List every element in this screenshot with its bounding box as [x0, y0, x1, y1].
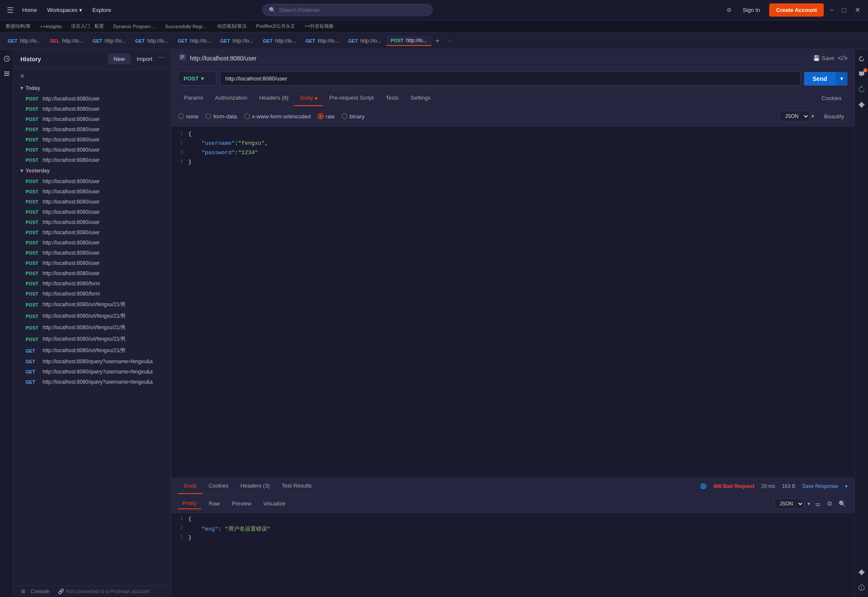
search-input[interactable]	[279, 7, 426, 13]
minimize-button[interactable]: −	[827, 5, 836, 16]
browser-tab[interactable]: Successfully Registe...	[161, 23, 212, 30]
right-comments-icon[interactable]: 1	[856, 68, 868, 80]
list-item[interactable]: GET http://localhost:8080/query?username…	[14, 356, 171, 367]
sidebar-collections-icon[interactable]	[1, 68, 13, 80]
right-gear-icon[interactable]	[856, 99, 868, 111]
request-tab-post-active[interactable]: POST http://lo...	[386, 36, 431, 46]
resp-fmt-pretty[interactable]: Pretty	[178, 498, 201, 509]
request-tab-get5[interactable]: GET http://lo...	[216, 36, 258, 46]
list-item[interactable]: POST http://localhost:8080/uri/fengxu/21…	[14, 322, 171, 333]
list-item[interactable]: POST http://localhost:8080/user	[14, 94, 171, 104]
request-tab-get2[interactable]: GET http://lo...	[88, 36, 130, 46]
request-tab-get1[interactable]: GET http://lo...	[3, 36, 45, 46]
sign-in-button[interactable]: Sign In	[737, 4, 766, 16]
url-input[interactable]	[220, 72, 801, 86]
list-item[interactable]: POST http://localhost:8080/user	[14, 197, 171, 207]
browser-tab[interactable]: 动态规划/算法	[213, 22, 251, 30]
radio-none[interactable]: none	[178, 113, 198, 120]
list-item[interactable]: POST http://localhost:8080/form	[14, 289, 171, 299]
more-tabs-button[interactable]: ···	[444, 36, 455, 46]
browser-tab[interactable]: 数据结构/算	[2, 22, 35, 30]
list-item[interactable]: POST http://localhost:8080/user	[14, 104, 171, 114]
browser-tab[interactable]: ++Insights	[36, 23, 66, 30]
right-refresh-icon[interactable]	[856, 83, 868, 95]
history-section-yesterday[interactable]: ▾ Yesterday	[14, 165, 171, 176]
copy-icon[interactable]: ⧉	[826, 498, 834, 509]
list-item[interactable]: POST http://localhost:8080/uri/fengxu/21…	[14, 310, 171, 322]
resp-tab-headers[interactable]: Headers (3)	[235, 478, 276, 494]
list-item[interactable]: POST http://localhost:8080/user	[14, 258, 171, 268]
nav-home[interactable]: Home	[19, 5, 40, 15]
list-item[interactable]: POST http://localhost:8080/user	[14, 268, 171, 278]
response-json-select[interactable]: JSON	[774, 498, 804, 509]
send-button[interactable]: Send	[804, 72, 836, 86]
console-label[interactable]: Console	[31, 588, 49, 594]
save-response-dropdown-icon[interactable]: ▾	[845, 483, 848, 489]
close-button[interactable]: ✕	[852, 4, 863, 16]
history-more-icon[interactable]: ···	[158, 54, 164, 64]
right-sync-icon[interactable]	[856, 53, 868, 65]
create-account-button[interactable]: Create Account	[769, 3, 824, 17]
request-tab-get7[interactable]: GET http://lo...	[301, 36, 343, 46]
right-settings-bottom-icon[interactable]	[856, 566, 868, 578]
list-item[interactable]: POST http://localhost:8080/user	[14, 187, 171, 197]
sidebar-history-icon[interactable]	[1, 53, 13, 65]
radio-form-data[interactable]: form-data	[205, 113, 237, 120]
list-item[interactable]: GET http://localhost:8080/uri/fengxu/21/…	[14, 345, 171, 356]
console-icon[interactable]: 🖥	[20, 588, 26, 594]
beautify-button[interactable]: Beautify	[821, 112, 848, 121]
tab-pre-request-script[interactable]: Pre-request Script	[323, 90, 380, 106]
list-item[interactable]: POST http://localhost:8080/user	[14, 248, 171, 258]
search-response-icon[interactable]: 🔍	[837, 499, 848, 509]
search-bar[interactable]: 🔍	[262, 4, 433, 16]
list-item[interactable]: POST http://localhost:8080/user	[14, 135, 171, 145]
browser-tab[interactable]: Postflex2/公共头文	[252, 22, 299, 30]
filter-icon[interactable]: ≡	[20, 72, 24, 79]
save-response-button[interactable]: Save Response	[802, 483, 838, 489]
list-item[interactable]: POST http://localhost:8080/user	[14, 227, 171, 238]
list-item[interactable]: POST http://localhost:8080/form	[14, 278, 171, 289]
tab-params[interactable]: Params	[178, 90, 209, 106]
list-item[interactable]: GET http://localhost:8080/query?username…	[14, 367, 171, 377]
list-item[interactable]: POST http://localhost:8080/user	[14, 155, 171, 165]
browser-tab[interactable]: 语言入门、配置	[67, 22, 108, 30]
tab-body[interactable]: Body	[294, 90, 323, 106]
request-body-editor[interactable]: 1 { 2 "username":"fengxu", 3 "password":…	[171, 126, 854, 478]
list-item[interactable]: POST http://localhost:8080/user	[14, 124, 171, 135]
resp-tab-body[interactable]: Body	[178, 478, 203, 494]
send-dropdown-button[interactable]: ▾	[836, 72, 848, 86]
import-button[interactable]: Import	[132, 54, 157, 64]
nav-workspaces[interactable]: Workspaces ▾	[44, 5, 86, 15]
list-item[interactable]: POST http://localhost:8080/user	[14, 217, 171, 227]
resp-fmt-visualize[interactable]: Visualize	[259, 498, 290, 509]
tab-authorization[interactable]: Authorization	[209, 90, 253, 106]
right-help-icon[interactable]	[856, 582, 868, 594]
resp-fmt-preview[interactable]: Preview	[227, 498, 256, 509]
method-select[interactable]: POST ▾	[178, 72, 216, 86]
add-tab-button[interactable]: +	[432, 35, 443, 46]
history-section-today[interactable]: ▾ Today	[14, 83, 171, 94]
list-item[interactable]: POST http://localhost:8080/user	[14, 114, 171, 124]
request-tab-get3[interactable]: GET http://lo...	[131, 36, 172, 46]
tab-headers[interactable]: Headers (8)	[253, 90, 295, 106]
list-item[interactable]: POST http://localhost:8080/user	[14, 176, 171, 187]
request-tab-del[interactable]: DEL http://lo...	[46, 36, 87, 46]
code-snippet-icon[interactable]: </>	[838, 55, 848, 62]
list-item[interactable]: POST http://localhost:8080/uri/fengxu/21…	[14, 333, 171, 345]
request-tab-get4[interactable]: GET http://lo...	[173, 36, 215, 46]
maximize-button[interactable]: □	[839, 5, 849, 16]
list-item[interactable]: GET http://localhost:8080/query?username…	[14, 377, 171, 387]
resp-tab-cookies[interactable]: Cookies	[203, 478, 235, 494]
new-button[interactable]: New	[108, 54, 131, 64]
list-item[interactable]: POST http://localhost:8080/user	[14, 238, 171, 248]
save-button[interactable]: 💾 Save	[813, 55, 834, 61]
resp-fmt-raw[interactable]: Raw	[204, 498, 224, 509]
request-tab-get8[interactable]: GET http://lo...	[344, 36, 385, 46]
browser-tab[interactable]: Dynamic Programm...	[109, 23, 160, 30]
radio-urlencoded[interactable]: x-www-form-urlencoded	[244, 113, 311, 120]
list-item[interactable]: POST http://localhost:8080/uri/fengxu/21…	[14, 299, 171, 310]
tab-settings[interactable]: Settings	[405, 90, 437, 106]
resp-tab-test-results[interactable]: Test Results	[276, 478, 318, 494]
hamburger-icon[interactable]: ☰	[5, 4, 15, 17]
nav-explore[interactable]: Explore	[89, 5, 115, 15]
